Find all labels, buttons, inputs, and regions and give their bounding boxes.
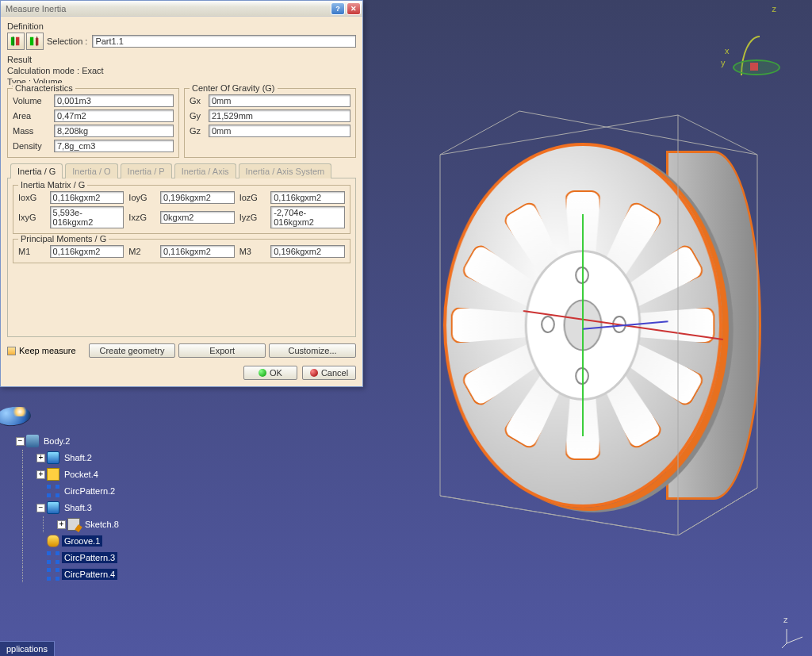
inertia-matrix-group: Inertia Matrix / G IoxG0,116kgxm2 IoyG0,… (13, 185, 350, 234)
circpattern-icon (47, 485, 59, 497)
gx-field[interactable]: 0mm (209, 94, 350, 107)
calculation-mode-text: Calculation mode : Exact (7, 66, 356, 75)
sun-icon (11, 407, 29, 416)
result-label: Result (7, 55, 356, 64)
characteristics-group: Characteristics Volume0,001m3 Area0,47m2… (7, 88, 179, 158)
selection-input[interactable]: Part1.1 (92, 35, 356, 48)
mass-field[interactable]: 8,208kg (54, 125, 174, 137)
compass-x-label: x (725, 46, 730, 56)
expand-icon[interactable]: + (57, 520, 66, 529)
circpattern-icon (47, 551, 59, 564)
ioyg-field[interactable]: 0,196kgxm2 (160, 191, 235, 204)
keep-measure-checkbox[interactable] (7, 347, 16, 355)
tab-inertia-p[interactable]: Inertia / P (121, 163, 172, 178)
collapse-icon[interactable]: − (36, 504, 45, 512)
export-button[interactable]: Export (178, 343, 266, 358)
collapse-icon[interactable]: − (16, 437, 25, 446)
tab-inertia-g[interactable]: Inertia / G (10, 163, 63, 178)
ixyg-field[interactable]: 5,593e-016kgxm2 (50, 206, 124, 228)
tab-inertia-axis[interactable]: Inertia / Axis (174, 163, 236, 178)
tree-item-circpattern4[interactable]: CircPattern.4 (16, 566, 121, 582)
center-of-gravity-group: Center Of Gravity (G) Gx0mm Gy21,529mm G… (184, 88, 356, 158)
inertia-panel: Inertia Matrix / G IoxG0,116kgxm2 IoyG0,… (7, 178, 356, 337)
ok-dot-icon (259, 369, 266, 377)
close-button[interactable]: ✕ (347, 2, 361, 15)
keep-measure-label: Keep measure (19, 346, 76, 355)
principal-moments-group: Principal Moments / G M10,116kgxm2 M20,1… (13, 239, 350, 263)
help-button[interactable]: ? (331, 2, 345, 15)
customize-button[interactable]: Customize... (269, 343, 356, 358)
m2-field[interactable]: 0,116kgxm2 (160, 245, 235, 258)
definition-label: Definition (7, 21, 356, 31)
tab-inertia-o[interactable]: Inertia / O (65, 163, 117, 178)
tab-inertia-axis-system[interactable]: Inertia / Axis System (239, 163, 332, 178)
measure-inertia-dialog: Measure Inertia ? ✕ Definition Selection… (0, 0, 363, 387)
volume-field[interactable]: 0,001m3 (54, 94, 174, 107)
svg-rect-6 (30, 37, 33, 46)
selection-label: Selection : (47, 36, 87, 46)
wheel-model[interactable] (420, 103, 777, 547)
measure-mode-button-1[interactable] (7, 33, 25, 50)
tree-item-circpattern2[interactable]: CircPattern.2 (16, 483, 121, 499)
tree-item-sketch8[interactable]: + Sketch.8 (16, 516, 121, 532)
sketch-icon (67, 518, 80, 531)
compass-icon[interactable]: z x y (725, 12, 788, 75)
iozg-field[interactable]: 0,116kgxm2 (270, 191, 345, 204)
gy-field[interactable]: 21,529mm (209, 109, 350, 122)
density-field[interactable]: 7,8g_cm3 (54, 140, 174, 152)
compass-y-label: y (721, 58, 726, 67)
inertia-tabs: Inertia / G Inertia / O Inertia / P Iner… (7, 163, 356, 178)
axis-indicator-icon: z (782, 626, 804, 648)
cancel-button[interactable]: Cancel (302, 366, 356, 380)
svg-rect-4 (16, 37, 19, 46)
expand-icon[interactable]: + (36, 454, 45, 462)
tree-item-shaft3[interactable]: − Shaft.3 (16, 500, 121, 516)
applications-button[interactable]: pplications (0, 641, 55, 656)
tree-item-pocket4[interactable]: + Pocket.4 (16, 466, 121, 482)
specification-tree[interactable]: − Body.2 + Shaft.2 + Pocket.4 CircPatter… (16, 432, 121, 583)
measure-mode-button-2[interactable] (26, 33, 44, 50)
gz-field[interactable]: 0mm (209, 125, 350, 137)
m3-field[interactable]: 0,196kgxm2 (270, 245, 345, 258)
tree-item-groove1[interactable]: Groove.1 (16, 533, 121, 549)
ioxg-field[interactable]: 0,116kgxm2 (50, 191, 124, 204)
area-field[interactable]: 0,47m2 (54, 109, 174, 122)
shaft-icon (47, 451, 59, 464)
ixzg-field[interactable]: 0kgxm2 (160, 211, 235, 224)
ok-button[interactable]: OK (243, 366, 297, 380)
tree-item-circpattern3[interactable]: CircPattern.3 (16, 550, 121, 566)
svg-line-1 (787, 637, 802, 643)
shaft-icon (47, 501, 59, 514)
expand-icon[interactable]: + (36, 470, 45, 479)
circpattern-icon (47, 568, 59, 581)
dialog-titlebar[interactable]: Measure Inertia ? ✕ (1, 1, 362, 17)
bounding-box (432, 107, 765, 535)
create-geometry-button[interactable]: Create geometry (89, 343, 176, 358)
body-icon (26, 435, 39, 447)
pocket-icon (47, 468, 59, 481)
m1-field[interactable]: 0,116kgxm2 (50, 245, 124, 258)
tree-item-shaft2[interactable]: + Shaft.2 (16, 450, 121, 466)
groove-icon (47, 535, 59, 547)
tree-item-body[interactable]: − Body.2 (16, 433, 121, 449)
iyzg-field[interactable]: -2,704e-016kgxm2 (270, 206, 345, 228)
dialog-title: Measure Inertia (6, 4, 329, 13)
compass-z-label: z (772, 4, 777, 13)
cancel-dot-icon (310, 369, 318, 377)
svg-line-2 (782, 643, 787, 648)
